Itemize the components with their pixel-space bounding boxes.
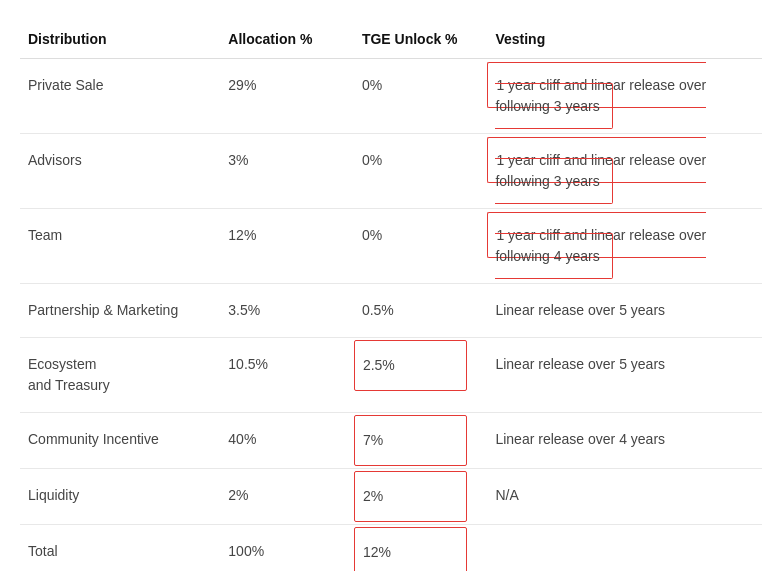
cell-vesting: 1 year cliff and linear release over fol… xyxy=(487,209,762,284)
cell-allocation: 3% xyxy=(220,134,354,209)
cell-vesting: 1 year cliff and linear release over fol… xyxy=(487,59,762,134)
cell-distribution: Team xyxy=(20,209,220,284)
cell-tge: 0% xyxy=(354,59,488,134)
table-row: Private Sale29%0%1 year cliff and linear… xyxy=(20,59,762,134)
cell-distribution: Partnership & Marketing xyxy=(20,284,220,338)
cell-tge: 12% xyxy=(354,525,488,571)
cell-distribution: Private Sale xyxy=(20,59,220,134)
cell-vesting: N/A xyxy=(487,469,762,525)
header-allocation: Allocation % xyxy=(220,20,354,59)
cell-tge: 7% xyxy=(354,413,488,469)
table-row: Ecosystem and Treasury10.5%2.5%Linear re… xyxy=(20,338,762,413)
cell-distribution: Advisors xyxy=(20,134,220,209)
table-row: Liquidity2%2%N/A xyxy=(20,469,762,525)
cell-vesting: 1 year cliff and linear release over fol… xyxy=(487,134,762,209)
cell-distribution: Total xyxy=(20,525,220,571)
cell-vesting: Linear release over 5 years xyxy=(487,284,762,338)
header-vesting: Vesting xyxy=(487,20,762,59)
cell-vesting: Linear release over 4 years xyxy=(487,413,762,469)
table-row: Advisors3%0%1 year cliff and linear rele… xyxy=(20,134,762,209)
cell-allocation: 10.5% xyxy=(220,338,354,413)
cell-vesting: Linear release over 5 years xyxy=(487,338,762,413)
cell-allocation: 3.5% xyxy=(220,284,354,338)
header-distribution: Distribution xyxy=(20,20,220,59)
cell-tge: 2.5% xyxy=(354,338,488,413)
cell-tge: 2% xyxy=(354,469,488,525)
header-tge: TGE Unlock % xyxy=(354,20,488,59)
cell-allocation: 100% xyxy=(220,525,354,571)
cell-tge: 0% xyxy=(354,209,488,284)
table-row: Partnership & Marketing3.5%0.5%Linear re… xyxy=(20,284,762,338)
cell-distribution: Liquidity xyxy=(20,469,220,525)
cell-vesting xyxy=(487,525,762,571)
table-row: Community Incentive40%7%Linear release o… xyxy=(20,413,762,469)
cell-allocation: 2% xyxy=(220,469,354,525)
cell-allocation: 40% xyxy=(220,413,354,469)
table-row: Total100%12% xyxy=(20,525,762,571)
cell-tge: 0.5% xyxy=(354,284,488,338)
cell-tge: 0% xyxy=(354,134,488,209)
cell-distribution: Ecosystem and Treasury xyxy=(20,338,220,413)
cell-allocation: 12% xyxy=(220,209,354,284)
cell-distribution: Community Incentive xyxy=(20,413,220,469)
table-row: Team12%0%1 year cliff and linear release… xyxy=(20,209,762,284)
cell-allocation: 29% xyxy=(220,59,354,134)
